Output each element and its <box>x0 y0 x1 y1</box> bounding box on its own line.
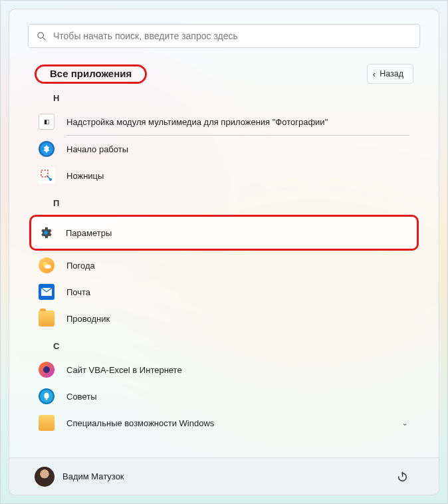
svg-rect-9 <box>45 393 49 399</box>
app-label: Почта <box>66 287 90 297</box>
annotation-highlight-all-apps: Все приложения <box>35 64 147 84</box>
tips-icon <box>39 388 55 404</box>
svg-point-4 <box>44 231 48 235</box>
app-item-vba-excel-site[interactable]: Сайт VBA-Excel в Интернете <box>35 356 413 383</box>
app-label: Ножницы <box>66 171 104 181</box>
all-apps-title: Все приложения <box>45 65 137 82</box>
search-icon <box>37 31 47 41</box>
app-label: Проводник <box>66 314 110 324</box>
chevron-left-icon: ‹ <box>373 69 376 79</box>
svg-rect-10 <box>46 399 48 400</box>
svg-line-1 <box>43 37 46 40</box>
search-box[interactable] <box>28 24 420 48</box>
back-button-label: Назад <box>380 69 403 78</box>
app-item-explorer[interactable]: Проводник <box>35 305 413 332</box>
svg-point-8 <box>43 366 50 373</box>
search-row <box>9 9 439 57</box>
app-item-tips[interactable]: Советы <box>35 383 413 410</box>
snipping-icon <box>39 168 55 184</box>
back-button[interactable]: ‹ Назад <box>367 64 413 84</box>
app-label: Начало работы <box>66 144 128 154</box>
app-item-weather[interactable]: Погода <box>35 252 413 279</box>
app-item-snipping[interactable]: Ножницы <box>35 162 413 189</box>
app-item-getting-started[interactable]: Начало работы <box>35 136 413 162</box>
photos-addon-icon: ◧ <box>39 114 55 130</box>
app-label: Специальные возможности Windows <box>66 418 214 428</box>
annotation-highlight-settings: Параметры <box>29 215 419 251</box>
app-label: Сайт VBA-Excel в Интернете <box>66 365 182 375</box>
settings-icon <box>38 225 54 241</box>
letter-header[interactable]: П <box>35 189 413 213</box>
user-account-button[interactable]: Вадим Матузок <box>35 467 124 487</box>
svg-point-6 <box>45 265 51 269</box>
avatar <box>35 467 55 487</box>
accessibility-icon <box>39 415 55 431</box>
letter-header[interactable]: Н <box>35 88 413 108</box>
explorer-icon <box>39 311 55 326</box>
start-menu-panel: Все приложения ‹ Назад Н ◧ Надстройка мо… <box>9 9 439 495</box>
app-item-photos-addon[interactable]: ◧ Надстройка модуля мультимедиа для прил… <box>35 108 413 135</box>
search-input[interactable] <box>53 31 411 41</box>
app-label: Надстройка модуля мультимедиа для прилож… <box>66 117 328 127</box>
letter-header[interactable]: С <box>35 332 413 356</box>
svg-point-3 <box>49 178 52 181</box>
power-button[interactable] <box>391 465 413 488</box>
header-row: Все приложения ‹ Назад <box>9 57 439 86</box>
mail-icon <box>39 284 55 300</box>
app-label: Погода <box>66 261 95 271</box>
app-label: Советы <box>66 392 96 402</box>
app-list: Н ◧ Надстройка модуля мультимедиа для пр… <box>9 86 439 457</box>
app-item-accessibility[interactable]: Специальные возможности Windows ⌄ <box>35 410 413 436</box>
firefox-icon <box>39 362 55 378</box>
svg-point-0 <box>38 32 43 37</box>
app-label: Параметры <box>66 228 112 238</box>
chevron-down-icon: ⌄ <box>401 418 408 428</box>
getting-started-icon <box>39 141 55 157</box>
app-item-settings[interactable]: Параметры <box>34 221 414 245</box>
user-name: Вадим Матузок <box>62 471 124 481</box>
weather-icon <box>39 257 55 273</box>
footer: Вадим Матузок <box>9 457 439 495</box>
app-item-mail[interactable]: Почта <box>35 279 413 305</box>
